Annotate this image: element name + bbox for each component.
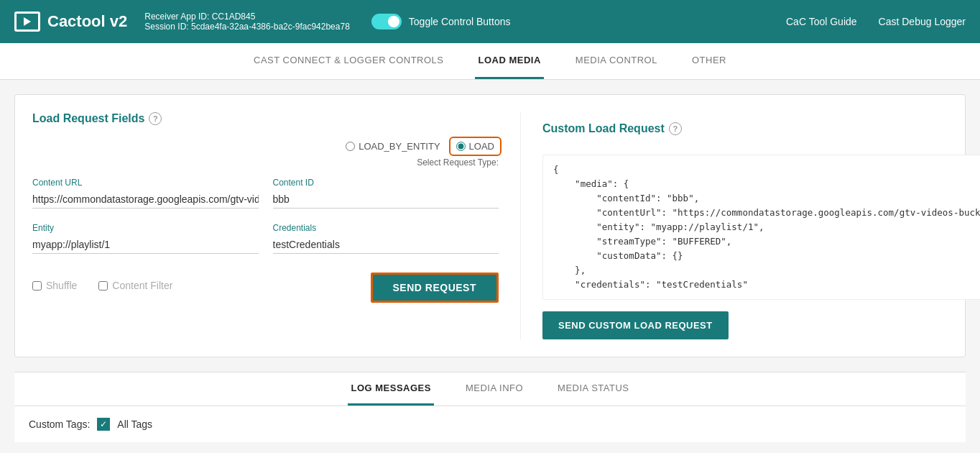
content-id-input[interactable]	[273, 191, 499, 209]
entity-field: Entity	[32, 223, 259, 254]
toggle-label: Toggle Control Buttons	[409, 16, 511, 27]
radio-load[interactable]: LOAD	[452, 139, 499, 153]
content-url-input[interactable]	[32, 191, 259, 209]
entity-label: Entity	[32, 223, 259, 233]
header: Cactool v2 Receiver App ID: CC1AD845 Ses…	[0, 0, 980, 43]
json-editor[interactable]: { "media": { "contentId": "bbb", "conten…	[542, 155, 980, 300]
select-type-text: Select Request Type:	[32, 157, 499, 168]
custom-load-title: Custom Load Request ?	[542, 122, 682, 135]
radio-load-by-entity[interactable]: LOAD_BY_ENTITY	[346, 141, 440, 152]
bottom-section: LOG MESSAGES MEDIA INFO MEDIA STATUS Cus…	[14, 372, 966, 442]
nav-load-media[interactable]: LOAD MEDIA	[475, 43, 543, 79]
load-request-help-icon[interactable]: ?	[149, 112, 162, 125]
form-row-2: Entity Credentials	[32, 223, 499, 254]
shuffle-checkbox[interactable]	[32, 281, 42, 290]
logo-text: Cactool v2	[47, 12, 127, 31]
nav-cast-connect[interactable]: CAST CONNECT & LOGGER CONTROLS	[251, 43, 446, 79]
custom-header-row: Custom Load Request ? LOAD_BY_ENTITY LOA…	[542, 112, 980, 145]
content-url-label: Content URL	[32, 178, 259, 188]
bottom-tabs: LOG MESSAGES MEDIA INFO MEDIA STATUS	[14, 372, 966, 406]
main-content: Load Request Fields ? LOAD_BY_ENTITY LOA…	[0, 80, 980, 453]
radio-input-load-by-entity[interactable]	[346, 142, 355, 151]
header-info: Receiver App ID: CC1AD845 Session ID: 5c…	[144, 12, 350, 32]
cast-debug-logger-link[interactable]: Cast Debug Logger	[879, 16, 966, 27]
checkbox-row: Shuffle Content Filter	[32, 280, 172, 291]
entity-input[interactable]	[32, 236, 259, 254]
right-panel: Custom Load Request ? LOAD_BY_ENTITY LOA…	[521, 112, 980, 339]
custom-load-help-icon[interactable]: ?	[669, 122, 682, 135]
logo-icon	[14, 12, 40, 32]
form-row-1: Content URL Content ID	[32, 178, 499, 209]
nav-other[interactable]: OTHER	[689, 43, 729, 79]
load-media-card: Load Request Fields ? LOAD_BY_ENTITY LOA…	[14, 94, 966, 357]
session-id: Session ID: 5cdae4fa-32aa-4386-ba2c-9fac…	[144, 22, 350, 32]
custom-tags-label: Custom Tags:	[29, 418, 90, 430]
credentials-label: Credentials	[273, 223, 499, 233]
content-id-label: Content ID	[273, 178, 499, 188]
content-id-field: Content ID	[273, 178, 499, 209]
receiver-app-id: Receiver App ID: CC1AD845	[144, 12, 350, 22]
credentials-input[interactable]	[273, 236, 499, 254]
radio-input-load[interactable]	[456, 142, 466, 151]
tab-log-messages[interactable]: LOG MESSAGES	[348, 372, 433, 406]
all-tags-checkbox[interactable]	[97, 418, 110, 431]
content-url-field: Content URL	[32, 178, 259, 209]
credentials-field: Credentials	[273, 223, 499, 254]
nav-media-control[interactable]: MEDIA CONTROL	[573, 43, 660, 79]
all-tags-label: All Tags	[117, 418, 152, 430]
section-title-load-request: Load Request Fields ?	[32, 112, 499, 125]
main-nav: CAST CONNECT & LOGGER CONTROLS LOAD MEDI…	[0, 43, 980, 80]
request-type-row: LOAD_BY_ENTITY LOAD	[32, 139, 499, 153]
left-panel: Load Request Fields ? LOAD_BY_ENTITY LOA…	[32, 112, 521, 339]
content-filter-checkbox[interactable]	[98, 281, 108, 290]
toggle-area: Toggle Control Buttons	[371, 14, 511, 29]
send-custom-load-request-button[interactable]: SEND CUSTOM LOAD REQUEST	[542, 311, 729, 339]
logo: Cactool v2	[14, 12, 127, 32]
bottom-content: Custom Tags: All Tags	[14, 406, 966, 442]
content-filter-checkbox-label[interactable]: Content Filter	[98, 280, 172, 291]
header-right: CaC Tool Guide Cast Debug Logger	[786, 16, 966, 27]
toggle-control-buttons[interactable]	[371, 14, 402, 29]
tab-media-status[interactable]: MEDIA STATUS	[555, 372, 632, 406]
custom-tags-row: Custom Tags: All Tags	[29, 418, 951, 431]
tab-media-info[interactable]: MEDIA INFO	[463, 372, 526, 406]
shuffle-checkbox-label[interactable]: Shuffle	[32, 280, 77, 291]
send-request-button[interactable]: SEND REQUEST	[371, 273, 499, 303]
cac-tool-guide-link[interactable]: CaC Tool Guide	[786, 16, 857, 27]
